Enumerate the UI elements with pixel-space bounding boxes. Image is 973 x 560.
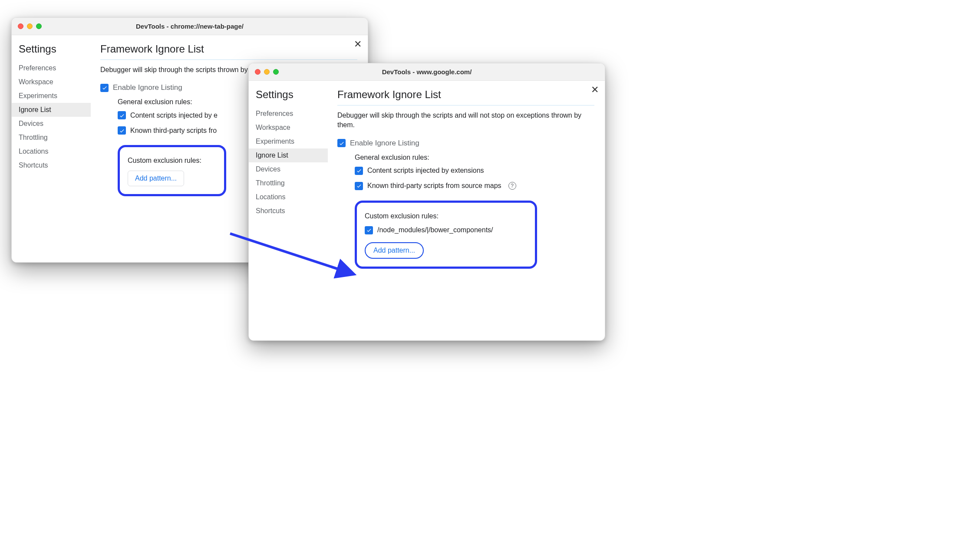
checkbox-checked-icon[interactable] <box>355 182 363 190</box>
sidebar-item-locations[interactable]: Locations <box>249 190 328 204</box>
enable-ignore-listing-label: Enable Ignore Listing <box>350 139 419 148</box>
general-exclusion-group: General exclusion rules: Content scripts… <box>355 154 594 269</box>
checkbox-checked-icon[interactable] <box>118 111 126 119</box>
description-text: Debugger will skip through the scripts a… <box>337 111 594 130</box>
sidebar-item-throttling[interactable]: Throttling <box>12 131 91 145</box>
third-party-row[interactable]: Known third-party scripts from source ma… <box>355 182 594 190</box>
settings-heading: Settings <box>12 40 91 61</box>
settings-heading: Settings <box>249 86 328 107</box>
sidebar-item-experiments[interactable]: Experiments <box>12 89 91 103</box>
titlebar[interactable]: DevTools - www.google.com/ <box>249 63 605 81</box>
sidebar-item-shortcuts[interactable]: Shortcuts <box>12 158 91 172</box>
sidebar-item-workspace[interactable]: Workspace <box>249 121 328 135</box>
custom-pattern-value: /node_modules/|/bower_components/ <box>377 226 493 234</box>
checkbox-checked-icon[interactable] <box>100 84 109 92</box>
maximize-window-icon[interactable] <box>273 69 279 75</box>
sidebar-item-ignore-list[interactable]: Ignore List <box>249 148 328 162</box>
sidebar-item-preferences[interactable]: Preferences <box>12 61 91 75</box>
enable-ignore-listing-row[interactable]: Enable Ignore Listing <box>337 139 594 148</box>
custom-pattern-row[interactable]: /node_modules/|/bower_components/ <box>365 226 527 234</box>
traffic-lights <box>18 23 42 29</box>
traffic-lights <box>255 69 279 75</box>
minimize-window-icon[interactable] <box>264 69 270 75</box>
sidebar-item-experiments[interactable]: Experiments <box>249 135 328 148</box>
add-pattern-button[interactable]: Add pattern... <box>128 171 184 186</box>
minimize-window-icon[interactable] <box>27 23 33 29</box>
sidebar-item-locations[interactable]: Locations <box>12 145 91 158</box>
sidebar-item-devices[interactable]: Devices <box>249 162 328 176</box>
content-scripts-label: Content scripts injected by extensions <box>367 167 484 175</box>
checkbox-checked-icon[interactable] <box>365 226 373 234</box>
titlebar[interactable]: DevTools - chrome://new-tab-page/ <box>12 18 368 35</box>
checkbox-checked-icon[interactable] <box>337 139 346 147</box>
help-icon[interactable]: ? <box>508 182 516 190</box>
third-party-label: Known third-party scripts fro <box>130 127 217 135</box>
sidebar-item-devices[interactable]: Devices <box>12 117 91 131</box>
checkbox-checked-icon[interactable] <box>118 126 126 135</box>
close-window-icon[interactable] <box>18 23 23 29</box>
sidebar-item-preferences[interactable]: Preferences <box>249 107 328 121</box>
settings-sidebar: Settings PreferencesWorkspaceExperiments… <box>12 35 91 262</box>
page-title: Framework Ignore List <box>100 43 357 60</box>
sidebar-item-shortcuts[interactable]: Shortcuts <box>249 204 328 218</box>
general-rules-label: General exclusion rules: <box>355 154 594 161</box>
custom-rules-label: Custom exclusion rules: <box>365 212 527 220</box>
sidebar-item-workspace[interactable]: Workspace <box>12 75 91 89</box>
checkbox-checked-icon[interactable] <box>355 167 363 175</box>
enable-ignore-listing-label: Enable Ignore Listing <box>113 83 182 92</box>
close-icon[interactable]: ✕ <box>591 85 599 95</box>
add-pattern-button[interactable]: Add pattern... <box>365 242 424 259</box>
window-title: DevTools - chrome://new-tab-page/ <box>12 23 368 30</box>
content-scripts-label: Content scripts injected by e <box>130 112 218 119</box>
settings-sidebar: Settings PreferencesWorkspaceExperiments… <box>249 81 328 340</box>
close-window-icon[interactable] <box>255 69 261 75</box>
sidebar-item-throttling[interactable]: Throttling <box>249 176 328 190</box>
page-title: Framework Ignore List <box>337 89 594 105</box>
custom-rules-label: Custom exclusion rules: <box>128 157 216 165</box>
custom-exclusion-highlight: Custom exclusion rules: Add pattern... <box>118 145 226 196</box>
maximize-window-icon[interactable] <box>36 23 42 29</box>
content-scripts-row[interactable]: Content scripts injected by extensions <box>355 167 594 175</box>
custom-exclusion-highlight: Custom exclusion rules: /node_modules/|/… <box>355 201 537 269</box>
window-title: DevTools - www.google.com/ <box>249 68 605 76</box>
close-icon[interactable]: ✕ <box>354 40 362 49</box>
third-party-label: Known third-party scripts from source ma… <box>367 182 501 190</box>
settings-main: ✕ Framework Ignore List Debugger will sk… <box>328 81 605 340</box>
devtools-window-b: DevTools - www.google.com/ Settings Pref… <box>248 63 605 341</box>
sidebar-item-ignore-list[interactable]: Ignore List <box>12 103 91 117</box>
